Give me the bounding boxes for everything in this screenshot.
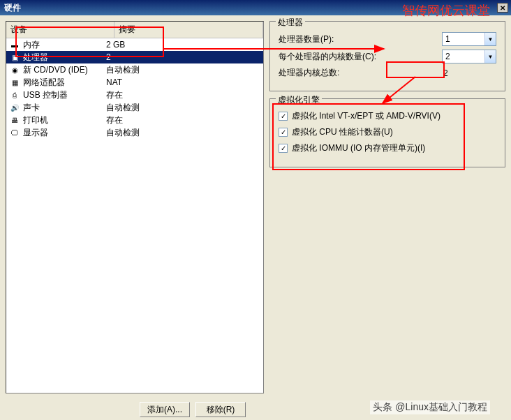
processor-fieldset: 处理器 处理器数量(P): 1 ▼ 每个处理器的内核数量(C): 2 ▼ 处理器… <box>269 21 505 91</box>
cpu-icon: ▣ <box>9 52 20 63</box>
list-row-printer[interactable]: 🖶打印机 存在 <box>6 114 263 126</box>
checkbox-vtx[interactable]: ✓ <box>279 112 288 121</box>
disc-icon: ◉ <box>9 64 20 75</box>
processor-legend: 处理器 <box>276 17 305 29</box>
list-row-sound[interactable]: 🔊声卡 自动检测 <box>6 101 263 114</box>
row-total-cores: 处理器内核总数: 2 <box>279 67 496 79</box>
content-area: 设备 摘要 ▬内存 2 GB ▣处理器 2 ◉新 CD/DVD (IDE) 自动… <box>0 15 511 399</box>
sound-icon: 🔊 <box>9 102 20 113</box>
list-row-processor[interactable]: ▣处理器 2 <box>6 51 263 63</box>
window-title: 硬件 <box>4 2 21 14</box>
cores-label: 每个处理器的内核数量(C): <box>279 51 442 63</box>
chevron-down-icon: ▼ <box>484 50 496 63</box>
cpu-count-label: 处理器数量(P): <box>279 33 442 45</box>
virt-vtx-row[interactable]: ✓ 虚拟化 Intel VT-x/EPT 或 AMD-V/RVI(V) <box>279 110 496 122</box>
checkbox-iommu[interactable]: ✓ <box>279 144 288 153</box>
virtualization-fieldset: 虚拟化引擎 ✓ 虚拟化 Intel VT-x/EPT 或 AMD-V/RVI(V… <box>269 98 505 167</box>
header-summary[interactable]: 摘要 <box>114 22 263 38</box>
memory-icon: ▬ <box>9 39 20 50</box>
row-cpu-count: 处理器数量(P): 1 ▼ <box>279 32 496 46</box>
list-row-memory[interactable]: ▬内存 2 GB <box>6 38 263 51</box>
close-icon[interactable]: ✕ <box>497 3 508 13</box>
virt-iommu-label: 虚拟化 IOMMU (IO 内存管理单元)(I) <box>292 142 425 154</box>
add-button[interactable]: 添加(A)... <box>140 402 190 417</box>
cpu-count-select[interactable]: 1 ▼ <box>442 32 496 46</box>
hardware-list-panel: 设备 摘要 ▬内存 2 GB ▣处理器 2 ◉新 CD/DVD (IDE) 自动… <box>6 21 264 393</box>
virtualization-legend: 虚拟化引擎 <box>276 94 322 106</box>
list-body: ▬内存 2 GB ▣处理器 2 ◉新 CD/DVD (IDE) 自动检测 ▦网络… <box>6 38 263 393</box>
virt-iommu-row[interactable]: ✓ 虚拟化 IOMMU (IO 内存管理单元)(I) <box>279 142 496 154</box>
display-icon: 🖵 <box>9 127 20 138</box>
printer-icon: 🖶 <box>9 114 20 126</box>
titlebar: 硬件 ✕ <box>0 0 511 15</box>
button-row: 添加(A)... 移除(R) <box>0 402 511 417</box>
total-cores-label: 处理器内核总数: <box>279 67 440 79</box>
virt-vtx-label: 虚拟化 Intel VT-x/EPT 或 AMD-V/RVI(V) <box>292 110 440 122</box>
details-panel: 处理器 处理器数量(P): 1 ▼ 每个处理器的内核数量(C): 2 ▼ 处理器… <box>269 21 505 393</box>
checkbox-perfcounter[interactable]: ✓ <box>279 128 288 137</box>
cores-per-cpu-select[interactable]: 2 ▼ <box>442 50 496 63</box>
row-cores-per-cpu: 每个处理器的内核数量(C): 2 ▼ <box>279 50 496 63</box>
list-row-network[interactable]: ▦网络适配器 NAT <box>6 76 263 89</box>
virt-perfcounter-row[interactable]: ✓ 虚拟化 CPU 性能计数器(U) <box>279 126 496 138</box>
usb-icon: ⎙ <box>9 89 20 100</box>
virt-perfcounter-label: 虚拟化 CPU 性能计数器(U) <box>292 126 393 138</box>
list-row-cddvd[interactable]: ◉新 CD/DVD (IDE) 自动检测 <box>6 63 263 76</box>
chevron-down-icon: ▼ <box>484 33 496 45</box>
remove-button[interactable]: 移除(R) <box>195 402 246 417</box>
list-row-usb[interactable]: ⎙USB 控制器 存在 <box>6 89 263 101</box>
header-device[interactable]: 设备 <box>6 22 114 38</box>
list-row-display[interactable]: 🖵显示器 自动检测 <box>6 126 263 139</box>
list-header: 设备 摘要 <box>6 22 263 38</box>
total-cores-value: 2 <box>440 68 496 78</box>
network-icon: ▦ <box>9 77 20 88</box>
